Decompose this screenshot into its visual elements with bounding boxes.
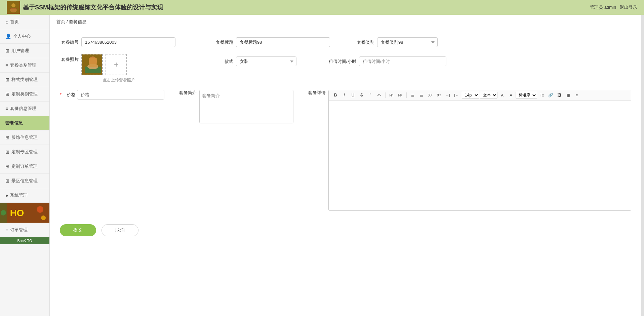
intro-label: 套餐简介 xyxy=(178,90,197,96)
sidebar-style-type-label: 样式类别管理 xyxy=(11,77,38,83)
sidebar-personal-label: 个人中心 xyxy=(13,33,31,39)
toolbar-align[interactable]: ≡ xyxy=(573,91,581,99)
toolbar-code[interactable]: <> xyxy=(375,91,383,99)
sidebar-home-label: 首页 xyxy=(10,19,19,25)
package-number-group: 套餐编号 xyxy=(60,37,201,47)
toolbar-strikethrough[interactable]: S xyxy=(358,91,366,99)
person-icon: 👤 xyxy=(5,34,11,39)
detail-label: 套餐详情 xyxy=(307,90,326,96)
user-area: 管理员 admin 退出登录 xyxy=(590,4,637,10)
add-photo-button[interactable]: + xyxy=(106,54,127,75)
breadcrumb: 首页 / 套餐信息 xyxy=(50,15,641,29)
editor-body[interactable] xyxy=(329,101,631,198)
toolbar-indent[interactable]: →| xyxy=(444,91,452,99)
intro-textarea[interactable] xyxy=(199,90,293,123)
form-area: 套餐编号 套餐标题 套餐类别 套餐类别98 xyxy=(50,29,641,251)
toolbar-outdent[interactable]: |← xyxy=(452,91,460,99)
toolbar-text-type-select[interactable]: 文本 xyxy=(480,92,497,98)
logo-area: 基于SSM框架的传统服饰文化平台体验的设计与实现 xyxy=(7,1,163,14)
package-type-group: 套餐类别 套餐类别98 xyxy=(356,37,631,47)
sidebar-item-package-type[interactable]: ≡ 套餐类别管理 xyxy=(0,58,49,73)
sidebar-item-home[interactable]: ⌂ 首页 xyxy=(0,15,49,29)
price-input[interactable] xyxy=(77,90,164,100)
list3-icon: ≡ xyxy=(5,227,8,233)
sidebar-package-info-label: 套餐信息管理 xyxy=(10,106,36,112)
sidebar-item-scenic[interactable]: ⊞ 景区信息管理 xyxy=(0,174,49,188)
package-title-label: 套餐标题 xyxy=(214,39,233,45)
required-star: * xyxy=(60,92,62,97)
toolbar-fontsize-select[interactable]: 14px 12px 16px 18px xyxy=(462,92,479,98)
toolbar-ul[interactable]: ☰ xyxy=(417,91,426,99)
back-to-button[interactable]: BacK TO xyxy=(0,237,49,244)
sidebar-clothes-label: 服饰信息管理 xyxy=(11,134,38,141)
buttons-row: 提文 取消 xyxy=(60,218,631,243)
form-row-3: * 价格 套餐简介 套餐详情 B I U xyxy=(60,90,631,211)
sidebar-item-custom-zone[interactable]: ⊞ 定制专区管理 xyxy=(0,145,49,159)
grid4-icon: ⊞ xyxy=(5,135,9,140)
photo-label: 套餐照片 xyxy=(60,54,79,63)
style-select[interactable]: 女装 男装 童装 xyxy=(236,56,296,66)
svg-point-8 xyxy=(41,215,46,220)
breadcrumb-separator: / xyxy=(67,19,68,24)
sidebar: ⌂ 首页 👤 个人中心 ⊞ 用户管理 ≡ 套餐类别管理 ⊞ 样式类别管理 ⊞ 定… xyxy=(0,15,50,316)
photo-upload-area: + xyxy=(81,54,135,75)
sidebar-item-style-type[interactable]: ⊞ 样式类别管理 xyxy=(0,73,49,87)
toolbar-h2[interactable]: H2 xyxy=(396,91,404,99)
sidebar-item-package-active[interactable]: 套餐信息 xyxy=(0,116,49,130)
sidebar-custom-zone-label: 定制专区管理 xyxy=(11,149,38,155)
rich-editor: B I U S " <> H1 H2 ☰ ☰ X2 xyxy=(328,90,631,211)
sidebar-item-custom-order[interactable]: ⊞ 定制订单管理 xyxy=(0,159,49,174)
breadcrumb-home[interactable]: 首页 xyxy=(56,19,65,24)
home-icon: ⌂ xyxy=(5,19,8,25)
sidebar-item-clothes-info[interactable]: ⊞ 服饰信息管理 xyxy=(0,130,49,145)
package-title-input[interactable] xyxy=(236,37,330,47)
rent-time-group: 租借时间/小时 xyxy=(329,54,631,66)
logout-link[interactable]: 退出登录 xyxy=(620,5,637,10)
sidebar-custom-type-label: 定制类别管理 xyxy=(11,91,38,97)
toolbar-link[interactable]: 🔗 xyxy=(547,91,555,99)
top-header: 基于SSM框架的传统服饰文化平台体验的设计与实现 管理员 admin 退出登录 xyxy=(0,0,644,15)
toolbar-h1[interactable]: H1 xyxy=(388,91,396,99)
toolbar-sep1 xyxy=(385,92,386,98)
svg-rect-9 xyxy=(0,203,7,223)
toolbar-italic[interactable]: I xyxy=(340,91,348,99)
toolbar-font-mark[interactable]: A xyxy=(507,91,515,99)
toolbar-quote[interactable]: " xyxy=(366,91,374,99)
rent-time-input[interactable] xyxy=(359,56,446,66)
photo-hint: 点击上传套餐照片 xyxy=(103,77,135,83)
toolbar-underline[interactable]: U xyxy=(349,91,357,99)
submit-button[interactable]: 提文 xyxy=(60,224,96,236)
cancel-button[interactable]: 取消 xyxy=(102,224,138,236)
toolbar-sub[interactable]: X2 xyxy=(426,91,434,99)
style-label: 款式 xyxy=(214,58,233,65)
sidebar-item-package-info-mgmt[interactable]: ≡ 套餐信息管理 xyxy=(0,102,49,116)
sidebar-package-active-label: 套餐信息 xyxy=(5,120,23,126)
sidebar-item-personal[interactable]: 👤 个人中心 xyxy=(0,29,49,44)
package-type-select[interactable]: 套餐类别98 xyxy=(377,37,438,47)
logo-image xyxy=(7,1,20,14)
package-number-input[interactable] xyxy=(81,37,175,47)
toolbar-bold[interactable]: B xyxy=(331,91,339,99)
svg-point-7 xyxy=(37,206,43,213)
toolbar-font-family-select[interactable]: 标准字体 xyxy=(516,92,537,98)
list-icon: ≡ xyxy=(5,63,8,68)
toolbar-ol[interactable]: ☰ xyxy=(409,91,417,99)
toolbar-sup[interactable]: X2 xyxy=(435,91,443,99)
toolbar-clear-format[interactable]: Tx xyxy=(538,91,546,99)
detail-group: 套餐详情 B I U S " <> H1 H2 xyxy=(307,90,631,211)
sidebar-item-order-mgmt[interactable]: ≡ 订单管理 xyxy=(0,223,49,237)
toolbar-image[interactable]: 🖼 xyxy=(555,91,563,99)
toolbar-table[interactable]: ▦ xyxy=(564,91,572,99)
editor-toolbar: B I U S " <> H1 H2 ☰ ☰ X2 xyxy=(329,90,631,101)
sidebar-item-sys-mgmt[interactable]: ● 系统管理 xyxy=(0,188,49,203)
grid-icon: ⊞ xyxy=(5,48,9,53)
toolbar-font-color[interactable]: A xyxy=(498,91,506,99)
sidebar-sys-label: 系统管理 xyxy=(10,192,28,198)
sidebar-scenic-label: 景区信息管理 xyxy=(11,178,38,184)
list2-icon: ≡ xyxy=(5,106,8,111)
svg-text:HO: HO xyxy=(10,208,24,218)
toolbar-sep2 xyxy=(406,92,407,98)
right-scrollbar xyxy=(641,15,644,316)
sidebar-item-user-mgmt[interactable]: ⊞ 用户管理 xyxy=(0,44,49,58)
sidebar-item-custom-type[interactable]: ⊞ 定制类别管理 xyxy=(0,87,49,102)
